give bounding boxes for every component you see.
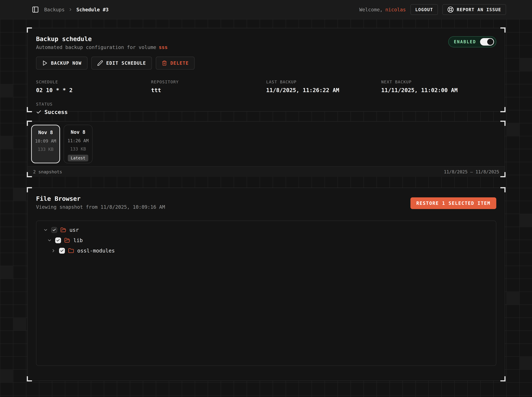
schedule-card-title: Backup schedule xyxy=(36,35,168,43)
corner-bracket xyxy=(27,107,32,112)
grid-cell xyxy=(13,318,26,330)
corner-bracket xyxy=(500,121,506,126)
corner-bracket xyxy=(27,27,32,33)
backup-now-label: BACKUP NOW xyxy=(51,61,82,66)
snapshot-tile[interactable]: Nov 8 11:26 AM 133 KB Latest xyxy=(64,125,93,163)
enabled-label: ENABLED xyxy=(454,39,476,44)
status-block: STATUS Success xyxy=(36,102,496,115)
snapshot-tile-selected[interactable]: Nov 8 10:09 AM 133 KB xyxy=(31,125,60,163)
sidebar-toggle-icon[interactable] xyxy=(32,6,39,13)
corner-bracket xyxy=(500,27,506,33)
backup-now-button[interactable]: BACKUP NOW xyxy=(36,57,88,70)
breadcrumb: Backups Schedule #3 xyxy=(44,7,108,12)
corner-bracket xyxy=(27,187,32,192)
field-label: REPOSITORY xyxy=(151,80,266,84)
snapshot-date-range: 11/8/2025 – 11/8/2025 xyxy=(444,169,499,174)
snapshot-date: Nov 8 xyxy=(71,129,85,135)
snapshot-time: 11:26 AM xyxy=(68,138,89,143)
subtitle-prefix: Automated backup configuration for volum… xyxy=(36,44,156,50)
status-label: STATUS xyxy=(36,102,496,106)
grid-cell xyxy=(0,136,13,149)
folder-open-icon xyxy=(64,237,70,243)
grid-cell xyxy=(519,214,532,227)
logout-label: LOGOUT xyxy=(415,7,433,12)
checkbox-checked[interactable] xyxy=(55,237,61,243)
chevron-down-icon[interactable] xyxy=(47,238,52,243)
pencil-icon xyxy=(97,60,103,66)
chevron-right-icon xyxy=(68,7,73,12)
welcome-text: Welcome,nicolas xyxy=(359,7,406,12)
welcome-prefix: Welcome, xyxy=(359,7,383,12)
corner-bracket xyxy=(500,187,506,192)
backup-schedule-card: Backup schedule Automated backup configu… xyxy=(27,28,505,112)
snapshot-size: 133 KB xyxy=(38,147,54,152)
corner-bracket xyxy=(500,107,506,112)
corner-bracket xyxy=(27,121,32,126)
play-icon xyxy=(42,60,48,66)
file-browser-title: File Browser xyxy=(36,195,165,202)
status-value: Success xyxy=(36,109,496,115)
chevron-right-icon[interactable] xyxy=(51,248,56,253)
snapshot-size: 133 KB xyxy=(70,146,86,151)
field-label: LAST BACKUP xyxy=(266,80,381,84)
tree-item-usr[interactable]: usr xyxy=(41,225,491,235)
grid-cell xyxy=(507,123,519,136)
file-tree: usr lib ossl-modules xyxy=(36,221,496,366)
grid-cell xyxy=(519,357,532,369)
grid-cell xyxy=(0,266,13,279)
tree-item-label: ossl-modules xyxy=(77,248,115,254)
corner-bracket xyxy=(500,376,506,381)
enabled-toggle-switch[interactable] xyxy=(480,38,494,46)
chevron-down-icon[interactable] xyxy=(43,228,48,232)
status-text: Success xyxy=(44,109,68,115)
corner-bracket xyxy=(27,376,32,381)
delete-label: DELETE xyxy=(171,61,189,66)
folder-open-icon xyxy=(60,227,66,233)
checkbox-checked[interactable] xyxy=(51,227,57,233)
checkbox-checked[interactable] xyxy=(59,248,65,254)
tree-item-label: lib xyxy=(73,237,83,243)
grid-cell xyxy=(519,58,532,71)
username: nicolas xyxy=(385,7,406,12)
breadcrumb-backups[interactable]: Backups xyxy=(44,7,65,12)
snapshots-card: Nov 8 10:09 AM 133 KB Nov 8 11:26 AM 133… xyxy=(27,121,505,177)
snapshot-time: 10:09 AM xyxy=(35,138,56,143)
snapshots-footer: 2 snapshots 11/8/2025 – 11/8/2025 xyxy=(28,166,505,177)
toggle-knob xyxy=(487,39,493,45)
grid-cell xyxy=(13,188,26,201)
field-label: SCHEDULE xyxy=(36,80,151,84)
restore-selected-button[interactable]: RESTORE 1 SELECTED ITEM xyxy=(411,197,496,209)
report-issue-button[interactable]: REPORT AN ISSUE xyxy=(443,4,506,15)
field-repository: REPOSITORY ttt xyxy=(151,80,266,93)
trash-icon xyxy=(162,60,167,66)
folder-icon xyxy=(68,248,74,254)
volume-name: sss xyxy=(159,44,168,50)
delete-button[interactable]: DELETE xyxy=(156,57,195,70)
latest-badge: Latest xyxy=(68,155,88,161)
grid-cell xyxy=(507,292,519,304)
breadcrumb-current-page: Schedule #3 xyxy=(76,7,108,12)
enabled-toggle-pill[interactable]: ENABLED xyxy=(448,36,496,47)
field-value: 11/11/2025, 11:02:00 AM xyxy=(381,87,496,93)
corner-bracket xyxy=(27,172,32,177)
logout-button[interactable]: LOGOUT xyxy=(411,4,438,15)
snapshot-list: Nov 8 10:09 AM 133 KB Nov 8 11:26 AM 133… xyxy=(28,121,505,166)
tree-item-label: usr xyxy=(70,227,79,233)
grid-cell xyxy=(0,370,13,382)
grid-cell xyxy=(0,84,13,97)
edit-schedule-button[interactable]: EDIT SCHEDULE xyxy=(91,57,152,70)
corner-bracket xyxy=(500,172,506,177)
file-browser-card: File Browser Viewing snapshot from 11/8/… xyxy=(27,188,505,381)
field-last-backup: LAST BACKUP 11/8/2025, 11:26:22 AM xyxy=(266,80,381,93)
tree-item-ossl-modules[interactable]: ossl-modules xyxy=(41,246,491,256)
file-browser-subtitle: Viewing snapshot from 11/8/2025, 10:09:1… xyxy=(36,204,165,210)
edit-schedule-label: EDIT SCHEDULE xyxy=(106,61,146,66)
field-schedule: SCHEDULE 02 10 * * 2 xyxy=(36,80,151,93)
snapshot-date: Nov 8 xyxy=(38,130,53,135)
tree-item-lib[interactable]: lib xyxy=(41,235,491,246)
top-bar: Backups Schedule #3 Welcome,nicolas LOGO… xyxy=(0,0,532,19)
field-next-backup: NEXT BACKUP 11/11/2025, 11:02:00 AM xyxy=(381,80,496,93)
field-value: 02 10 * * 2 xyxy=(36,87,151,93)
lifebuoy-icon xyxy=(447,6,454,13)
snapshot-count: 2 snapshots xyxy=(33,169,62,174)
